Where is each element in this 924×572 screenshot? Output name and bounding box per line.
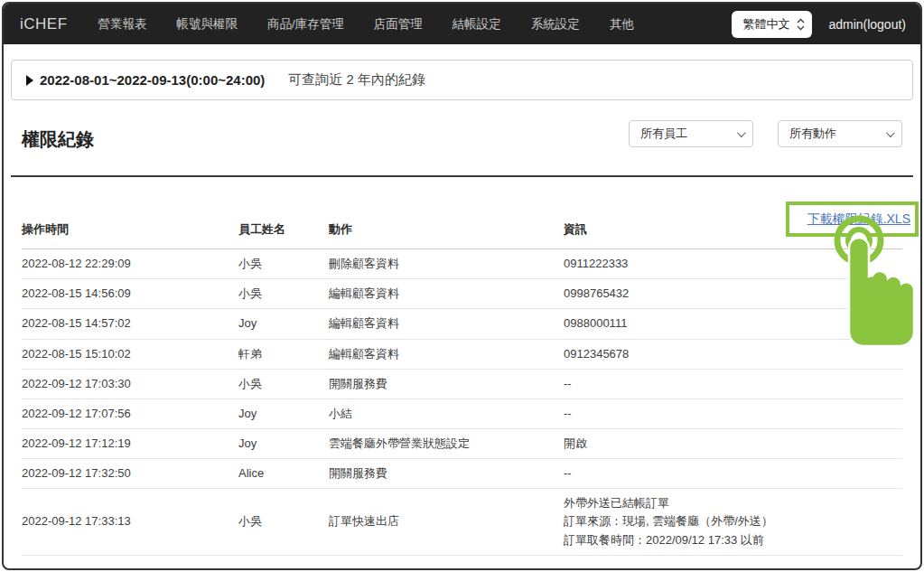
nav-item[interactable]: 營業報表 <box>98 16 147 33</box>
title-toolbar: 權限紀錄 所有員工 所有動作 <box>22 120 902 152</box>
table-cell: 2022-08-15 15:10:02 <box>22 345 238 363</box>
table-row: 2022-09-12 17:03:30小吳開關服務費-- <box>22 370 902 399</box>
table-cell: 開關服務費 <box>329 464 564 483</box>
chevron-down-icon <box>737 128 746 137</box>
table-cell: 0911222333 <box>564 255 902 273</box>
table-cell: -- <box>564 464 902 483</box>
table-cell: 小結 <box>329 405 564 423</box>
language-select[interactable]: 繁體中文 <box>732 11 812 38</box>
nav-item[interactable]: 帳號與權限 <box>177 16 238 33</box>
table-cell: 小吳 <box>238 285 329 303</box>
table-cell: 編輯顧客資料 <box>329 314 564 333</box>
permission-log-table: 操作時間員工姓名動作資訊 2022-08-12 22:29:09小吳刪除顧客資料… <box>22 177 902 556</box>
table-cell: 訂單快速出店 <box>329 512 564 530</box>
table-cell: 2022-08-15 14:57:02 <box>22 314 238 333</box>
table-cell: 雲端餐廳外帶營業狀態設定 <box>329 435 564 453</box>
table-cell: 2022-09-12 17:32:50 <box>22 464 238 483</box>
table-cell: 軒弟 <box>238 345 329 363</box>
action-filter-select[interactable]: 所有動作 <box>778 120 902 147</box>
download-highlight-box: 下載權限紀錄.XLS <box>786 202 919 237</box>
language-select-value: 繁體中文 <box>742 16 789 33</box>
account-logout-link[interactable]: admin(logout) <box>828 17 906 32</box>
ichef-logo: iCHEF <box>20 15 68 33</box>
app-window: iCHEF 營業報表帳號與權限商品/庫存管理店面管理結帳設定系統設定其他 繁體中… <box>2 2 922 570</box>
table-cell: 小吳 <box>238 512 329 530</box>
nav-item[interactable]: 系統設定 <box>531 16 580 33</box>
table-cell: 刪除顧客資料 <box>329 255 564 273</box>
table-cell: 0912345678 <box>564 345 902 363</box>
table-row: 2022-08-12 22:29:09小吳刪除顧客資料0911222333 <box>22 249 902 279</box>
table-cell: Alice <box>238 464 329 483</box>
table-row: 2022-08-15 14:57:02Joy編輯顧客資料0988000111 <box>22 309 902 339</box>
date-range-text: 2022-08-01~2022-09-13(0:00~24:00) <box>40 72 265 88</box>
column-header: 操作時間 <box>22 220 238 239</box>
column-header: 動作 <box>329 220 564 239</box>
nav-item[interactable]: 商品/庫存管理 <box>267 16 344 33</box>
table-cell: 小吳 <box>238 375 329 393</box>
employee-filter-value: 所有員工 <box>640 126 687 142</box>
table-cell: Joy <box>238 435 329 453</box>
download-row-space <box>22 177 902 211</box>
top-navbar: iCHEF 營業報表帳號與權限商品/庫存管理店面管理結帳設定系統設定其他 繁體中… <box>4 4 920 44</box>
date-range-bar[interactable]: 2022-08-01~2022-09-13(0:00~24:00) 可查詢近 2… <box>11 60 913 100</box>
column-header: 員工姓名 <box>238 220 329 239</box>
action-filter-value: 所有動作 <box>789 126 836 142</box>
table-cell: 編輯顧客資料 <box>329 285 564 303</box>
nav-item[interactable]: 店面管理 <box>374 16 423 33</box>
table-cell: 編輯顧客資料 <box>329 345 564 363</box>
table-cell: 2022-08-15 14:56:09 <box>22 285 238 303</box>
table-row: 2022-09-12 17:33:13小吳訂單快速出店外帶外送已結帳訂單訂單來源… <box>22 489 902 555</box>
table-row: 2022-08-15 15:10:02軒弟編輯顧客資料0912345678 <box>22 340 902 370</box>
table-cell: 外帶外送已結帳訂單訂單來源：現場, 雲端餐廳（外帶/外送）訂單取餐時間：2022… <box>564 494 902 549</box>
select-updown-icon <box>797 18 805 31</box>
table-row: 2022-09-12 17:32:50Alice開關服務費-- <box>22 459 902 489</box>
nav-item[interactable]: 結帳設定 <box>453 16 501 33</box>
nav-item[interactable]: 其他 <box>610 16 634 33</box>
table-cell: -- <box>564 375 902 393</box>
table-cell: Joy <box>238 405 329 423</box>
table-cell: 開啟 <box>564 435 902 453</box>
table-cell: 開關服務費 <box>329 375 564 393</box>
table-cell: -- <box>564 405 902 423</box>
table-row: 2022-09-12 17:12:19Joy雲端餐廳外帶營業狀態設定開啟 <box>22 429 902 459</box>
page-title: 權限紀錄 <box>22 127 94 152</box>
table-cell: 2022-08-12 22:29:09 <box>22 255 238 273</box>
chevron-down-icon <box>886 128 895 137</box>
employee-filter-select[interactable]: 所有員工 <box>629 120 753 147</box>
download-xls-link[interactable]: 下載權限紀錄.XLS <box>807 211 910 228</box>
table-cell: 2022-09-12 17:12:19 <box>22 435 238 453</box>
nav-items: 營業報表帳號與權限商品/庫存管理店面管理結帳設定系統設定其他 <box>98 16 634 33</box>
table-body: 2022-08-12 22:29:09小吳刪除顧客資料0911222333202… <box>22 249 902 556</box>
table-cell: 小吳 <box>238 255 329 273</box>
expand-triangle-icon <box>26 75 33 86</box>
table-row: 2022-09-12 17:07:56Joy小結-- <box>22 399 902 429</box>
table-cell: 2022-09-12 17:33:13 <box>22 512 238 530</box>
table-cell: 2022-09-12 17:07:56 <box>22 405 238 423</box>
table-cell: Joy <box>238 314 329 333</box>
table-cell: 0988000111 <box>564 314 902 333</box>
table-cell: 0998765432 <box>564 285 902 303</box>
table-header-row: 操作時間員工姓名動作資訊 <box>22 211 902 249</box>
date-range-note: 可查詢近 2 年內的紀錄 <box>288 71 425 89</box>
table-row: 2022-08-15 14:56:09小吳編輯顧客資料0998765432 <box>22 279 902 309</box>
table-cell: 2022-09-12 17:03:30 <box>22 375 238 393</box>
